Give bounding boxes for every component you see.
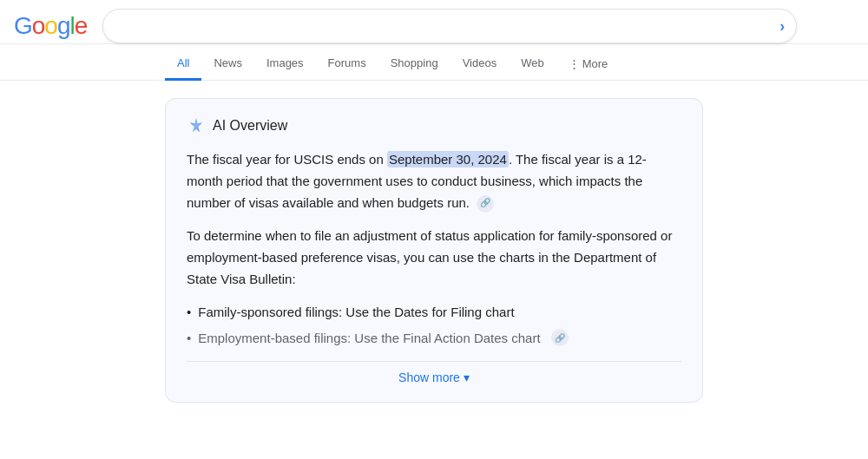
show-more-button[interactable]: Show more ▾ (187, 361, 681, 393)
google-logo: Google (14, 12, 87, 40)
tab-web[interactable]: Web (509, 48, 556, 81)
search-input[interactable]: when does fiscal year for uscis for f2b … (102, 9, 797, 43)
ai-paragraph-1-before: The fiscal year for USCIS ends on (187, 152, 387, 167)
bullet-item-family: Family-sponsored filings: Use the Dates … (187, 303, 681, 323)
ai-paragraph-2: To determine when to file an adjustment … (187, 226, 681, 290)
search-bar-container: when does fiscal year for uscis for f2b … (102, 9, 797, 43)
ai-overview-header: AI Overview (187, 116, 681, 135)
more-menu[interactable]: ⋮ More (556, 49, 621, 79)
chevron-down-icon: ▾ (464, 370, 470, 384)
bullet-employment-link-icon[interactable]: 🔗 (551, 329, 569, 346)
tab-shopping[interactable]: Shopping (378, 48, 450, 81)
tab-all[interactable]: All (165, 48, 201, 81)
bullet-item-employment: Employment-based filings: Use the Final … (187, 329, 681, 349)
ai-overview-title: AI Overview (213, 118, 287, 134)
ai-highlighted-date: September 30, 2024 (387, 151, 509, 167)
main-content: AI Overview The fiscal year for USCIS en… (0, 81, 868, 420)
search-arrow-icon[interactable]: › (779, 17, 785, 36)
ai-overview-content: The fiscal year for USCIS ends on Septem… (187, 149, 681, 349)
tab-videos[interactable]: Videos (450, 48, 510, 81)
more-label: More (582, 57, 608, 70)
ai-bullet-list: Family-sponsored filings: Use the Dates … (187, 303, 681, 349)
header: Google when does fiscal year for uscis f… (0, 0, 868, 44)
ai-overview-card: AI Overview The fiscal year for USCIS en… (165, 98, 703, 403)
more-dots-icon: ⋮ (569, 57, 580, 70)
bullet-text-employment: Employment-based filings: Use the Final … (198, 329, 540, 349)
tab-images[interactable]: Images (254, 48, 316, 81)
navigation-tabs: All News Images Forums Shopping Videos W… (0, 48, 868, 81)
tab-news[interactable]: News (201, 48, 254, 81)
bullet-text-family: Family-sponsored filings: Use the Dates … (198, 303, 514, 323)
ai-star-icon (187, 116, 206, 135)
tab-forums[interactable]: Forums (316, 48, 378, 81)
show-more-label: Show more (398, 370, 460, 384)
ai-paragraph-1: The fiscal year for USCIS ends on Septem… (187, 149, 681, 213)
paragraph1-link-icon[interactable]: 🔗 (477, 195, 494, 213)
